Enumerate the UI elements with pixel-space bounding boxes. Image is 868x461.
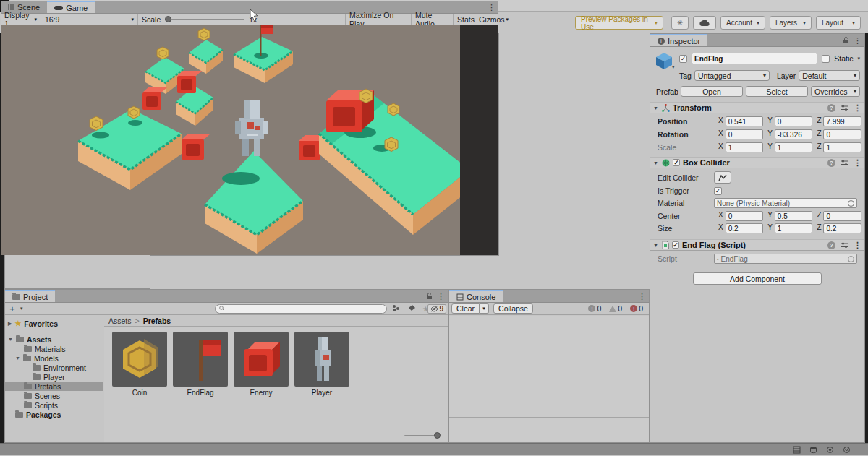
size-z-field[interactable]: 0.2 [823,223,861,233]
add-component-button[interactable]: Add Component [693,272,822,285]
project-search-input[interactable] [215,304,387,314]
cloud-collab-icon[interactable] [693,16,716,30]
display-dropdown[interactable]: Display 1▾ [1,14,41,25]
presets-icon[interactable] [841,105,848,111]
maximize-on-play-toggle[interactable]: Maximize On Play [345,14,412,25]
tree-item-favorites[interactable]: ▶ ★ Favorites [5,319,103,328]
tab-inspector[interactable]: i Inspector [650,34,707,46]
gameobject-cube-icon[interactable] [655,51,673,70]
console-splitter[interactable] [449,417,649,418]
hidden-packages-toggle[interactable]: 9 [427,304,446,314]
console-log-area[interactable] [449,316,649,442]
rotation-y-field[interactable]: -83.326 [775,129,813,139]
search-by-type-icon[interactable] [392,304,400,314]
scale-z-field[interactable]: 1 [823,142,861,152]
tree-item-player[interactable]: Player [5,372,103,382]
tree-item-models[interactable]: ▼Models [5,353,103,363]
rotation-z-field[interactable]: 0 [823,129,861,139]
help-icon[interactable]: ? [827,104,835,112]
component-enabled-checkbox[interactable]: ✓ [672,241,679,249]
tag-dropdown[interactable]: Untagged▾ [694,70,770,81]
center-x-field[interactable]: 0 [726,211,764,221]
tree-item-assets[interactable]: ▼ Assets [5,335,103,344]
add-asset-button[interactable]: ＋ [8,303,17,315]
layout-dropdown[interactable]: Layout▾ [816,16,861,30]
is-trigger-checkbox[interactable]: ✓ [714,187,722,195]
info-count[interactable]: !0 [584,303,605,314]
chevron-down-icon[interactable]: ▾ [20,306,23,311]
layer-dropdown[interactable]: Default▾ [799,70,860,81]
foldout-icon[interactable]: ▼ [15,356,20,361]
progress-status-icon[interactable] [843,446,851,454]
auto-generate-lighting-icon[interactable] [826,446,834,454]
static-dropdown-icon[interactable]: ▾ [857,56,860,61]
kebab-menu-icon[interactable]: ⋮ [854,241,861,250]
position-y-field[interactable]: 0 [775,116,813,126]
transform-header[interactable]: ▼ Transform ?⋮ [650,102,864,113]
scale-slider[interactable] [165,19,244,20]
scale-slider-knob[interactable] [165,16,171,22]
help-icon[interactable]: ? [827,159,835,167]
foldout-icon[interactable]: ▶ [8,321,12,327]
tab-console[interactable]: Console [449,290,503,302]
center-z-field[interactable]: 0 [823,211,861,221]
thumbnail-size-slider[interactable] [404,435,439,436]
tab-project[interactable]: Project [5,290,55,302]
position-z-field[interactable]: 7.999 [823,116,861,126]
breadcrumb-current[interactable]: Prefabs [143,316,171,325]
scale-x-field[interactable]: 1 [726,142,764,152]
lock-icon[interactable] [843,37,849,44]
console-status-icon[interactable] [793,446,801,454]
search-by-label-icon[interactable] [408,304,416,314]
gameobject-name-field[interactable]: EndFlag [692,53,817,64]
asset-coin[interactable]: Coin [111,332,168,397]
stats-toggle[interactable]: Stats [454,14,475,25]
slider-knob[interactable] [434,432,441,439]
account-dropdown[interactable]: Account▾ [720,16,765,30]
tree-item-materials[interactable]: Materials [5,344,103,353]
gizmos-dropdown[interactable]: Gizmos▾ [475,14,498,25]
prefab-overrides-dropdown[interactable]: Overrides▾ [811,86,860,97]
icon-dropdown-icon[interactable]: ▾ [672,64,675,70]
cache-server-icon[interactable] [809,446,817,454]
foldout-icon[interactable]: ▼ [653,105,659,111]
undo-history-icon[interactable]: ✳ [671,16,689,30]
presets-icon[interactable] [841,242,848,249]
asset-enemy[interactable]: Enemy [233,332,289,397]
mute-audio-toggle[interactable]: Mute Audio [412,14,454,25]
asset-player[interactable]: Player [294,332,350,397]
box-collider-header[interactable]: ▼ ✓ Box Collider ?⋮ [650,157,864,168]
size-x-field[interactable]: 0.2 [726,223,764,233]
warning-count[interactable]: 0 [605,303,626,314]
component-enabled-checkbox[interactable]: ✓ [673,159,680,166]
kebab-menu-icon[interactable]: ⋮ [638,292,646,301]
tab-game[interactable]: Game [47,1,95,13]
material-object-field[interactable]: None (Physic Material) [714,198,857,208]
foldout-icon[interactable]: ▼ [8,337,13,342]
kebab-menu-icon[interactable]: ⋮ [488,3,495,12]
foldout-icon[interactable]: ▼ [653,243,659,248]
foldout-icon[interactable]: ▼ [653,160,659,165]
static-checkbox[interactable] [822,55,830,63]
tree-item-environment[interactable]: Environment [5,363,103,372]
game-viewport[interactable] [1,25,498,255]
end-flag-script-header[interactable]: ▼ ✓ End Flag (Script) ?⋮ [650,239,864,251]
kebab-menu-icon[interactable]: ⋮ [854,158,861,168]
breadcrumb-root[interactable]: Assets [109,316,132,325]
asset-endflag[interactable]: EndFlag [172,332,229,397]
prefab-select-button[interactable]: Select [746,86,808,97]
kebab-menu-icon[interactable]: ⋮ [854,36,861,46]
active-checkbox[interactable]: ✓ [679,55,687,63]
layers-dropdown[interactable]: Layers▾ [770,16,812,30]
tree-item-scenes[interactable]: Scenes [5,391,103,400]
clear-dropdown-icon[interactable]: ▾ [480,303,489,314]
tree-item-packages[interactable]: Packages [5,410,103,419]
aspect-dropdown[interactable]: 16:9▾ [41,14,138,25]
object-picker-icon[interactable] [848,256,854,262]
script-object-field[interactable]: ▪EndFlag [714,254,857,264]
prefab-open-button[interactable]: Open [681,86,743,97]
clear-button[interactable]: Clear [451,303,480,314]
rotation-x-field[interactable]: 0 [726,129,764,139]
kebab-menu-icon[interactable]: ⋮ [437,292,445,301]
lock-icon[interactable] [426,293,433,300]
